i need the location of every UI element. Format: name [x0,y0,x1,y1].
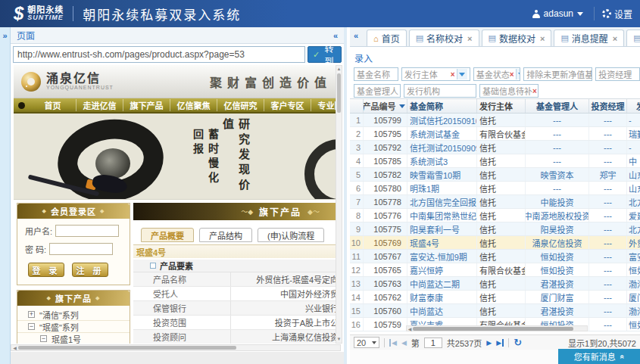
tree-item[interactable]: − "珉盛"系列 [17,321,130,333]
col-product-code[interactable]: 产品编号 [364,99,407,113]
clear-filter-icon[interactable]: × [532,87,537,95]
pm-cell[interactable]: --- [589,318,627,331]
agency-cell[interactable]: 中 [627,154,640,167]
fund-name-link[interactable]: 系统测试3 [407,154,477,167]
fund-name-link[interactable]: 财富泰康 [407,291,477,303]
fund-name-link[interactable]: 明珠1期 [407,182,477,194]
filter-field[interactable]: 发行机构 × [404,84,476,98]
pm-cell[interactable]: --- [589,195,627,208]
agency-cell[interactable]: 厦门 [627,291,640,303]
table-row[interactable]: 11 105767 富安达-恒加9期 信托 恒如投资 --- 富安 [350,250,640,263]
table-row[interactable]: 1 105799 测试信托20150910 信托 --- --- - [350,114,640,127]
first-page-button[interactable]: ◀ [389,339,397,347]
fund-name-link[interactable]: 信托测试20150909 [407,141,477,154]
col-investment-manager[interactable]: 投资经理 [589,99,627,113]
vertical-scrollbar[interactable]: ▲ ▼ [336,65,342,344]
agency-cell[interactable]: 渤海 [627,304,640,317]
pm-cell[interactable]: --- [589,291,627,303]
close-icon[interactable]: × [613,34,617,43]
webpage-nav-item[interactable]: 亿信研究 [217,99,264,111]
pm-cell[interactable]: --- [589,250,627,263]
grid-horizontal-scrollbar[interactable]: ◀ [406,325,588,331]
manager-cell[interactable]: --- [526,141,589,154]
fund-name-link[interactable]: 嘉兴恒婷 [407,263,477,276]
manager-cell[interactable]: 君湛投资 [526,277,589,290]
dropdown-caret-icon[interactable] [457,69,467,79]
table-row[interactable]: 5 105782 映雪霜雪10期 信托 映雪资本 郑宇 山东 [350,168,640,182]
pm-cell[interactable]: 郑宇 [589,168,627,181]
webpage-nav-item[interactable]: 首页 [30,99,76,111]
user-menu[interactable]: adasun [522,0,594,27]
workspace-tab[interactable]: ▤ 消息提醒 × [554,30,624,46]
tree-item[interactable]: − 珉盛1号 [17,333,130,344]
pm-cell[interactable]: --- [589,154,627,167]
manager-cell[interactable]: 君湛投资 [526,304,589,317]
refresh-grid-icon[interactable]: ↻ [514,337,522,348]
agency-cell[interactable]: 瑞勤 [627,127,640,140]
table-row[interactable]: 14 105762 财富泰康 信托 厦门财富 --- 厦门 [350,291,640,304]
fund-name-link[interactable]: 富安达-恒加9期 [407,250,477,263]
clear-filter-icon[interactable]: × [510,70,514,79]
manager-cell[interactable]: --- [526,154,589,167]
manager-cell[interactable]: 涌泉亿信投资 [526,236,589,249]
tree-expand-icon[interactable]: − [28,323,35,330]
agency-cell[interactable]: 山东 [627,182,640,194]
fund-name-link[interactable]: 中尚蓝达二期 [407,277,477,290]
agency-cell[interactable]: 北方 [627,222,640,235]
col-fund-name[interactable]: 基金简称 [407,99,477,113]
close-icon[interactable]: × [540,34,545,43]
col-issuer[interactable]: 发行主体 [477,99,526,113]
pm-cell[interactable]: --- [589,277,627,290]
fund-name-link[interactable]: 珉盛4号 [407,236,477,249]
password-field[interactable] [49,243,113,255]
clear-filter-icon[interactable]: × [451,70,455,79]
pm-cell[interactable]: --- [589,236,627,249]
table-row[interactable]: 6 105780 明珠1期 信托 --- --- 山东 [350,182,640,195]
agency-cell[interactable]: 爱建 [627,209,640,222]
webpage-nav-item[interactable]: 亿信聚焦 [170,99,217,111]
pm-cell[interactable]: --- [589,304,627,317]
scroll-thumb[interactable] [18,346,236,350]
prev-page-button[interactable]: ◀ [401,339,407,347]
fund-name-link[interactable]: 测试信托20150910 [407,114,477,126]
agency-cell[interactable]: - [627,114,640,126]
fund-name-link[interactable]: 中尚蓝达 [407,304,477,317]
expand-left-icon[interactable]: » [0,31,10,40]
table-row[interactable]: 9 105775 阳昊套利一号 信托 阳昊投资 --- 北方 [350,222,640,236]
filter-field[interactable]: 基金名称 × [354,67,398,81]
table-row[interactable]: 4 105785 系统测试3 信托 --- --- 中 [350,154,640,168]
fund-name-link[interactable]: 中南集团常熟世纪缦城 [407,209,477,222]
register-button[interactable]: 注 册 [72,263,108,277]
username-field[interactable] [55,225,119,237]
table-row[interactable]: 10 105769 珉盛4号 信托 涌泉亿信投资 --- 外贸 [350,236,640,250]
agency-cell[interactable]: 北方 [627,195,640,208]
pm-cell[interactable]: --- [589,209,627,222]
filter-field[interactable]: 发行主体 × [401,67,470,81]
scroll-up-icon[interactable]: ▲ [336,66,342,73]
webpage-nav-item[interactable]: 客户专区 [264,99,311,111]
filter-field[interactable]: 投资经理 × [595,67,640,81]
product-tab[interactable]: (申)认购流程 [258,228,324,242]
workspace-tab[interactable]: ▤ 名称校对 × [409,30,479,46]
filter-field[interactable]: 基金管理人 × [354,84,401,98]
collapse-workspace-icon[interactable]: « [354,31,358,40]
table-row[interactable]: 8 105776 中南集团常熟世纪缦城 信托 中南源地股权投资 --- 爱建 [350,209,640,222]
pm-cell[interactable]: --- [589,263,627,276]
manager-cell[interactable]: 厦门财富 [526,291,589,303]
agency-cell[interactable]: 山东 [627,168,640,181]
manager-cell[interactable]: 中南源地股权投资 [526,209,589,222]
manager-cell[interactable]: 阳昊投资 [526,222,589,235]
go-button[interactable]: ✓ 转到 [308,46,342,63]
scroll-thumb[interactable] [413,327,573,331]
workspace-tab[interactable]: ▤ 数据校对 × [482,30,552,46]
workspace-tab[interactable]: ▤ 扣分绩效统计 × [626,30,640,46]
fund-name-link[interactable]: 映雪霜雪10期 [407,168,477,181]
pm-cell[interactable]: --- [589,141,627,154]
pm-cell[interactable]: --- [589,222,627,235]
next-page-button[interactable]: ▶ [486,339,492,347]
product-tab[interactable]: 产品结构 [199,228,252,242]
table-row[interactable]: 7 105778 北方国信完全回报 信托 中能投资 --- 北方 [350,195,640,209]
pm-cell[interactable]: --- [589,127,627,140]
col-agency[interactable]: 发行机构 [627,99,640,113]
checkbox-icon[interactable] [150,263,156,269]
